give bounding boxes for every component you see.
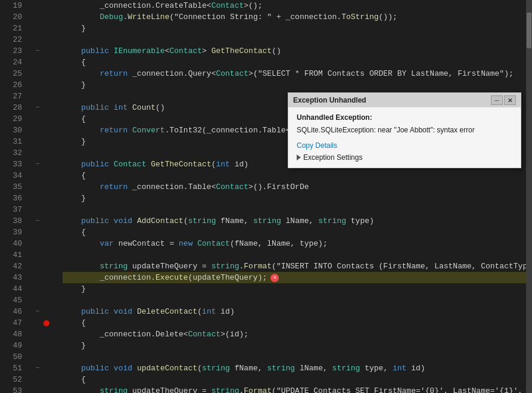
breakpoint-slot[interactable] xyxy=(42,68,51,79)
breakpoint-slot[interactable] xyxy=(42,238,51,249)
line-number: 52 xyxy=(0,374,28,385)
code-text: } xyxy=(63,136,86,147)
fold-icon xyxy=(33,204,42,215)
fold-icon xyxy=(33,11,42,23)
code-line xyxy=(63,249,532,261)
code-text: return _connection.Query<Contact>("SELEC… xyxy=(63,68,514,79)
fold-icon[interactable]: − xyxy=(33,45,42,57)
code-line: public void updateContact(string fName, … xyxy=(63,363,532,374)
fold-icon[interactable]: − xyxy=(33,306,42,317)
fold-icon[interactable]: − xyxy=(33,102,42,113)
code-line: var newContact = new Contact(fName, lNam… xyxy=(63,238,532,249)
breakpoint-slot[interactable] xyxy=(42,170,51,181)
breakpoint-slot[interactable] xyxy=(42,181,51,193)
breakpoint-slot[interactable] xyxy=(42,57,51,68)
dialog-exception-settings[interactable]: Exception Settings xyxy=(297,153,512,162)
line-number: 23 xyxy=(0,45,28,57)
editor-container: 1920212223242526272829303132333435363738… xyxy=(0,0,532,393)
fold-icon[interactable]: − xyxy=(33,363,42,374)
breakpoint-slot[interactable] xyxy=(42,283,51,295)
breakpoint-slot[interactable] xyxy=(42,227,51,238)
breakpoint-slot[interactable] xyxy=(42,317,51,329)
line-number: 45 xyxy=(0,295,28,306)
dialog-copy-details-link[interactable]: Copy Details xyxy=(297,141,337,150)
fold-icon xyxy=(33,295,42,306)
line-number: 39 xyxy=(0,227,28,238)
code-text: public void updateContact(string fName, … xyxy=(63,363,425,374)
breakpoint-slot[interactable] xyxy=(42,340,51,351)
fold-icon[interactable]: − xyxy=(33,215,42,227)
breakpoint-slot[interactable] xyxy=(42,204,51,215)
code-line: return _connection.Query<Contact>("SELEC… xyxy=(63,68,532,79)
code-text: } xyxy=(63,340,86,351)
breakpoint-slot[interactable] xyxy=(42,351,51,363)
code-text: } xyxy=(63,193,86,204)
breakpoint-slot[interactable] xyxy=(42,385,51,393)
breakpoint-slot[interactable] xyxy=(42,0,51,11)
line-number: 48 xyxy=(0,329,28,340)
breakpoint-slot[interactable] xyxy=(42,91,51,102)
code-area[interactable]: _connection.CreateTable<Contact>(); Debu… xyxy=(60,0,532,393)
breakpoint-slot[interactable] xyxy=(42,102,51,113)
line-number: 25 xyxy=(0,68,28,79)
code-line: Debug.WriteLine("Connection String: " + … xyxy=(63,11,532,23)
breakpoint-slot[interactable] xyxy=(42,113,51,125)
code-line: { xyxy=(63,170,532,181)
breakpoint-slot[interactable] xyxy=(42,11,51,23)
breakpoint-slot[interactable] xyxy=(42,295,51,306)
breakpoint-slot[interactable] xyxy=(42,23,51,34)
breakpoint-slot[interactable] xyxy=(42,125,51,136)
breakpoint-slot[interactable] xyxy=(42,147,51,159)
code-line: { xyxy=(63,57,532,68)
fold-icon xyxy=(33,170,42,181)
line-number: 51 xyxy=(0,363,28,374)
arrow-slot xyxy=(51,34,60,45)
breakpoint-slot[interactable] xyxy=(42,329,51,340)
dialog-title-bar: Exception Unhandled ─ ✕ xyxy=(288,93,521,107)
breakpoint-slot[interactable] xyxy=(42,374,51,385)
breakpoint-slot[interactable] xyxy=(42,272,51,283)
line-number: 30 xyxy=(0,125,28,136)
fold-icon xyxy=(33,79,42,91)
breakpoint-dot[interactable] xyxy=(43,320,49,326)
fold-icon xyxy=(33,23,42,34)
dialog-body: Unhandled Exception: SQLite.SQLiteExcept… xyxy=(288,107,521,168)
dialog-minimize-button[interactable]: ─ xyxy=(491,95,503,105)
fold-icon[interactable]: − xyxy=(33,159,42,170)
breakpoint-slot[interactable] xyxy=(42,45,51,57)
breakpoint-slot[interactable] xyxy=(42,193,51,204)
fold-icons[interactable]: −−−−−− xyxy=(33,0,42,393)
code-text: Debug.WriteLine("Connection String: " + … xyxy=(63,11,397,23)
triangle-right-icon xyxy=(297,154,301,160)
breakpoint-slot[interactable] xyxy=(42,363,51,374)
breakpoint-slot[interactable] xyxy=(42,306,51,317)
breakpoint-slot[interactable] xyxy=(42,249,51,261)
line-number: 26 xyxy=(0,79,28,91)
line-number: 32 xyxy=(0,147,28,159)
breakpoint-slot[interactable] xyxy=(42,79,51,91)
breakpoint-area[interactable] xyxy=(42,0,51,393)
line-number: 47 xyxy=(0,317,28,329)
dialog-close-button[interactable]: ✕ xyxy=(504,95,516,105)
breakpoint-slot[interactable] xyxy=(42,136,51,147)
dialog-unhandled-label: Unhandled Exception: xyxy=(297,113,512,122)
fold-icon xyxy=(33,351,42,363)
breakpoint-slot[interactable] xyxy=(42,261,51,272)
code-line: string updateTheQuery = string.Format("I… xyxy=(63,261,532,272)
breakpoint-slot[interactable] xyxy=(42,159,51,170)
arrow-slot xyxy=(51,295,60,306)
breakpoint-slot[interactable] xyxy=(42,215,51,227)
code-text: } xyxy=(63,79,86,91)
code-text: var newContact = new Contact(fName, lNam… xyxy=(63,238,328,249)
arrow-slot xyxy=(51,45,60,57)
exception-dialog: Exception Unhandled ─ ✕ Unhandled Except… xyxy=(288,92,521,168)
line-number: 35 xyxy=(0,181,28,193)
dialog-title: Exception Unhandled xyxy=(293,96,366,104)
breakpoint-slot[interactable] xyxy=(42,34,51,45)
fold-icon xyxy=(33,261,42,272)
scroll-thumb[interactable] xyxy=(527,13,531,48)
code-text: public void DeleteContact(int id) xyxy=(63,306,235,317)
code-line xyxy=(63,34,532,45)
scrollbar[interactable] xyxy=(526,0,532,393)
code-line: { xyxy=(63,374,532,385)
